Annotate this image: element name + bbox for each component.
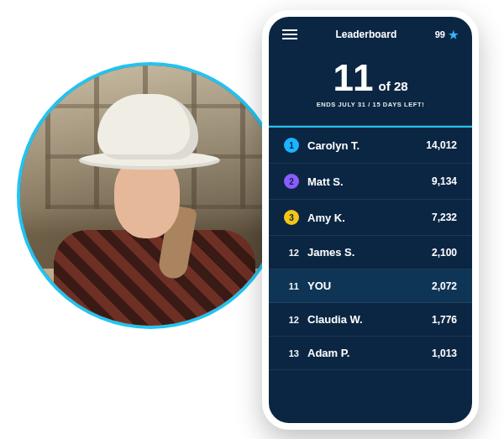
phone-mockup: Leaderboard 99 ★ 11 of 28 ENDS JULY 31 /… (262, 10, 479, 430)
player-name: Adam P. (307, 347, 349, 359)
player-name: YOU (307, 280, 331, 292)
rank-number-small: 12 (284, 248, 299, 258)
leaderboard-row[interactable]: 2Matt S.9,134 (269, 164, 472, 200)
stars-count: 99 (435, 29, 445, 39)
medal-icon: 3 (284, 210, 299, 225)
row-left: 2Matt S. (284, 174, 344, 189)
row-left: 1Carolyn T. (284, 138, 360, 153)
leaderboard-row[interactable]: 11YOU2,072 (269, 269, 472, 303)
hamburger-icon[interactable] (282, 29, 297, 39)
portrait-photo (20, 65, 281, 326)
medal-icon: 1 (284, 138, 299, 153)
medal-icon: 2 (284, 174, 299, 189)
row-left: 12Claudia W. (284, 313, 363, 326)
player-score: 7,232 (432, 212, 457, 223)
player-score: 14,012 (426, 139, 457, 151)
leaderboard-row[interactable]: 12Claudia W.1,776 (269, 303, 472, 337)
player-score: 2,072 (432, 280, 457, 292)
star-icon: ★ (449, 29, 459, 40)
player-name: Carolyn T. (307, 139, 360, 152)
row-left: 12James S. (284, 246, 354, 259)
rank-number-small: 11 (284, 281, 299, 291)
leaderboard-list: 1Carolyn T.14,0122Matt S.9,1343Amy K.7,2… (269, 128, 472, 423)
leaderboard-row[interactable]: 3Amy K.7,232 (269, 200, 472, 236)
page-title: Leaderboard (336, 29, 397, 40)
player-score: 1,013 (432, 348, 457, 359)
rank-number: 11 (333, 57, 372, 98)
deadline-text: ENDS JULY 31 / 15 DAYS LEFT! (269, 101, 472, 108)
portrait-helmet (97, 94, 198, 159)
rank-of-label: of (379, 79, 391, 93)
row-left: 13Adam P. (284, 347, 349, 359)
row-left: 3Amy K. (284, 210, 345, 225)
leaderboard-row[interactable]: 13Adam P.1,013 (269, 337, 472, 370)
player-name: James S. (307, 246, 354, 259)
portrait-torso (54, 230, 255, 329)
portrait-face (114, 158, 180, 238)
leaderboard-row[interactable]: 1Carolyn T.14,012 (269, 128, 472, 164)
row-left: 11YOU (284, 280, 331, 292)
player-name: Claudia W. (307, 313, 363, 326)
player-name: Amy K. (307, 212, 345, 224)
leaderboard-row[interactable]: 12James S.2,100 (269, 236, 472, 269)
rank-number-small: 12 (284, 315, 299, 325)
player-score: 1,776 (432, 314, 457, 326)
rank-number-small: 13 (284, 348, 299, 358)
rank-total: 28 (394, 79, 408, 93)
player-score: 9,134 (432, 175, 457, 187)
player-name: Matt S. (307, 175, 344, 188)
phone-topbar: Leaderboard 99 ★ (269, 17, 472, 45)
stars-badge[interactable]: 99 ★ (435, 29, 459, 40)
player-score: 2,100 (432, 247, 457, 259)
portrait-circle (17, 62, 284, 329)
rank-hero: 11 of 28 ENDS JULY 31 / 15 DAYS LEFT! (269, 45, 472, 125)
rank-line: 11 of 28 (269, 57, 472, 99)
